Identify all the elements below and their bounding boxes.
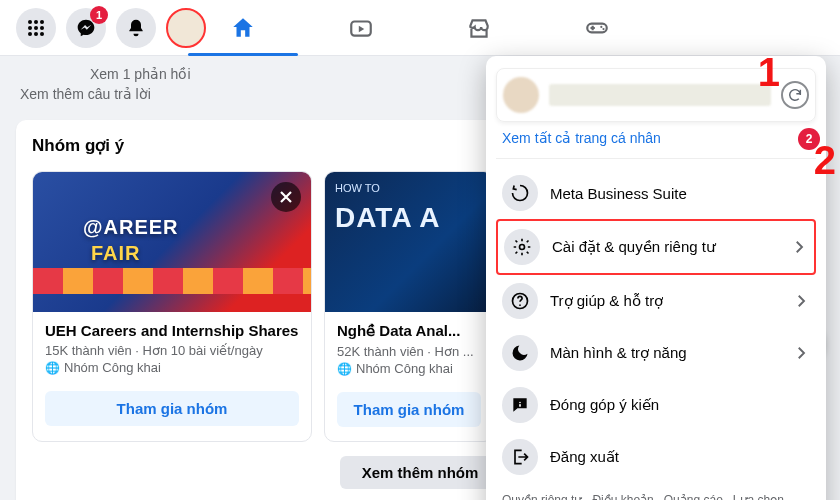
marketplace-icon [466,15,492,41]
logout-icon [510,447,530,467]
refresh-icon [787,87,803,103]
dropdown-menu-list: Meta Business Suite Cài đặt & quyền riên… [496,167,816,483]
annotation-marker-2-badge: 2 [798,128,820,150]
group-name: UEH Careers and Internship Shares [45,322,299,339]
footer-link[interactable]: Điều khoản [592,493,663,500]
loop-icon [510,183,530,203]
svg-point-12 [40,32,44,36]
join-group-button[interactable]: Tham gia nhóm [337,392,481,427]
chevron-right-icon [792,344,810,362]
profile-name-redacted [549,84,771,106]
help-icon [510,291,530,311]
see-all-profiles-link[interactable]: Xem tất cả trang cá nhân [496,122,816,159]
svg-point-4 [28,20,32,24]
bell-icon [126,18,146,38]
group-info: UEH Careers and Internship Shares 15K th… [33,312,311,441]
menu-item-label: Meta Business Suite [550,185,810,202]
menu-item-icon [502,387,538,423]
tab-watch[interactable] [306,0,416,56]
menu-item-help[interactable]: Trợ giúp & hỗ trợ [496,275,816,327]
watch-icon [348,15,374,41]
menu-grid-button[interactable] [16,8,56,48]
svg-point-8 [34,26,38,30]
menu-item-label: Đăng xuất [550,448,810,466]
svg-point-16 [519,402,521,404]
tab-marketplace[interactable] [424,0,534,56]
group-privacy: 🌐Nhóm Công khai [45,360,299,375]
svg-point-2 [600,25,602,27]
gaming-icon [584,15,610,41]
svg-point-13 [520,245,525,250]
nav-right: 1 [16,8,206,48]
tab-gaming[interactable] [542,0,652,56]
svg-point-5 [34,20,38,24]
account-avatar[interactable] [166,8,206,48]
menu-item-label: Đóng góp ý kiến [550,396,810,414]
chevron-right-icon [792,292,810,310]
group-privacy: 🌐Nhóm Công khai [337,361,481,376]
footer-link[interactable]: Quảng cáo [664,493,733,500]
svg-point-11 [34,32,38,36]
svg-point-15 [519,304,521,306]
svg-point-6 [40,20,44,24]
group-card[interactable]: UEH Careers and Internship Shares 15K th… [32,171,312,442]
svg-point-3 [602,28,604,30]
messenger-button[interactable]: 1 [66,8,106,48]
dismiss-group-button[interactable] [271,182,301,212]
svg-point-10 [28,32,32,36]
globe-icon: 🌐 [337,362,352,376]
footer-link[interactable]: Quyền riêng tư [502,493,592,500]
group-card[interactable]: HOW TO DATA A Nghề Data Anal... 52K thàn… [324,171,494,442]
svg-point-9 [40,26,44,30]
notifications-button[interactable] [116,8,156,48]
menu-item-icon [502,283,538,319]
dropdown-footer: Quyền riêng tưĐiều khoảnQuảng cáoLựa chọ… [496,483,816,500]
menu-item-label: Cài đặt & quyền riêng tư [552,238,778,256]
svg-point-7 [28,26,32,30]
top-nav: 1 [0,0,840,56]
menu-item-label: Màn hình & trợ năng [550,344,780,362]
feedback-icon [510,395,530,415]
grid-icon [26,18,46,38]
messenger-badge: 1 [90,6,108,24]
decorative-ribbon [33,268,311,294]
menu-item-icon [502,335,538,371]
menu-item-gear[interactable]: Cài đặt & quyền riêng tư [496,219,816,275]
group-meta: 15K thành viên · Hơn 10 bài viết/ngày [45,343,299,358]
join-group-button[interactable]: Tham gia nhóm [45,391,299,426]
annotation-marker-1: 1 [758,50,780,95]
group-privacy-label: Nhóm Công khai [64,360,161,375]
menu-item-moon[interactable]: Màn hình & trợ năng [496,327,816,379]
account-dropdown: Xem tất cả trang cá nhân Meta Business S… [486,56,826,500]
group-meta: 52K thành viên · Hơn ... [337,344,481,359]
menu-item-loop[interactable]: Meta Business Suite [496,167,816,219]
group-cover-image: HOW TO DATA A [325,172,493,312]
see-more-groups-button[interactable]: Xem thêm nhóm [340,456,501,489]
menu-item-label: Trợ giúp & hỗ trợ [550,292,780,310]
menu-item-feedback[interactable]: Đóng góp ý kiến [496,379,816,431]
group-info: Nghề Data Anal... 52K thành viên · Hơn .… [325,312,493,441]
menu-item-logout[interactable]: Đăng xuất [496,431,816,483]
svg-rect-17 [519,404,521,407]
home-icon [230,15,256,41]
svg-rect-1 [587,23,607,32]
cover-text-small: HOW TO [335,182,380,194]
group-name: Nghề Data Anal... [337,322,481,340]
profile-avatar [503,77,539,113]
switch-profile-button[interactable] [781,81,809,109]
menu-item-icon [504,229,540,265]
chevron-right-icon [790,238,808,256]
group-cover-image [33,172,311,312]
moon-icon [510,343,530,363]
globe-icon: 🌐 [45,361,60,375]
menu-item-icon [502,175,538,211]
menu-item-icon [502,439,538,475]
group-privacy-label: Nhóm Công khai [356,361,453,376]
cover-text-big: DATA A [335,202,441,234]
groups-title: Nhóm gợi ý [32,135,124,156]
gear-icon [512,237,532,257]
close-icon [279,190,293,204]
